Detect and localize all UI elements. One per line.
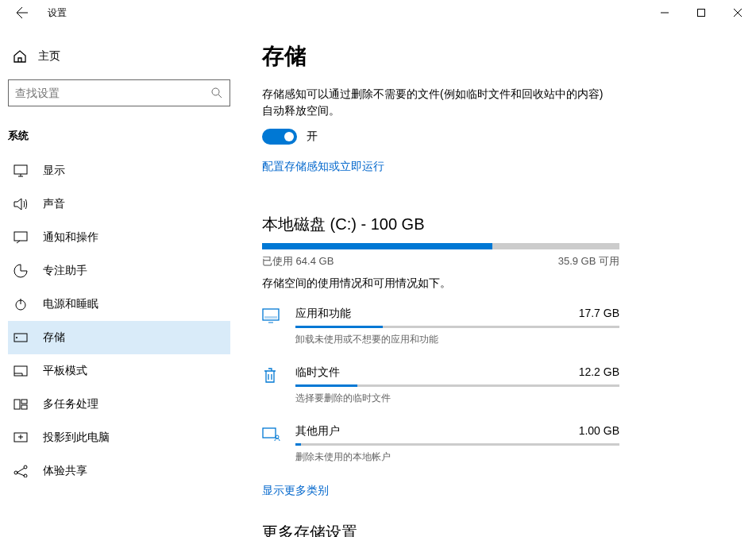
minimize-button[interactable] (646, 0, 683, 25)
cat-name: 临时文件 (295, 365, 340, 380)
search-input[interactable] (15, 87, 210, 99)
cat-name: 应用和功能 (295, 307, 351, 321)
used-label: 已使用 64.4 GB (262, 254, 334, 268)
page-title: 存储 (262, 41, 724, 71)
nav-label: 投影到此电脑 (43, 431, 110, 445)
sound-icon (13, 198, 29, 211)
svg-rect-2 (14, 165, 27, 174)
svg-rect-17 (263, 428, 276, 438)
home-label: 主页 (38, 49, 60, 64)
shared-icon (13, 465, 29, 477)
search-icon (210, 87, 223, 99)
home-nav[interactable]: 主页 (8, 41, 230, 71)
svg-rect-3 (14, 232, 27, 241)
storage-icon (13, 333, 29, 342)
category-temp[interactable]: 临时文件12.2 GB 选择要删除的临时文件 (262, 365, 619, 405)
nav-label: 通知和操作 (43, 230, 98, 245)
home-icon (13, 49, 27, 64)
nav-label: 显示 (43, 164, 65, 178)
project-icon (13, 432, 29, 443)
sidebar-item-storage[interactable]: 存储 (8, 321, 230, 354)
sidebar-item-focus[interactable]: 专注助手 (8, 254, 230, 288)
storage-sense-toggle[interactable] (262, 129, 297, 145)
svg-rect-7 (14, 366, 27, 376)
toggle-label: 开 (307, 129, 318, 144)
nav-label: 电源和睡眠 (43, 297, 98, 311)
nav-label: 声音 (43, 197, 65, 211)
cat-bar (295, 443, 619, 446)
multitask-icon (13, 399, 29, 410)
window-title: 设置 (38, 6, 67, 20)
show-more-categories-link[interactable]: 显示更多类别 (262, 484, 329, 498)
more-storage-settings-title: 更多存储设置 (262, 522, 724, 537)
nav-label: 专注助手 (43, 264, 87, 278)
usage-subdesc: 存储空间的使用情况和可用情况如下。 (262, 276, 724, 291)
disk-title: 本地磁盘 (C:) - 100 GB (262, 214, 724, 235)
nav-label: 体验共享 (43, 464, 87, 478)
cat-size: 1.00 GB (579, 424, 619, 438)
category-apps[interactable]: 应用和功能17.7 GB 卸载未使用或不想要的应用和功能 (262, 307, 619, 346)
sidebar-item-display[interactable]: 显示 (8, 154, 230, 187)
apps-icon (262, 307, 287, 346)
disk-usage-bar (262, 243, 619, 249)
sidebar-item-multitask[interactable]: 多任务处理 (8, 388, 230, 421)
svg-rect-9 (21, 400, 27, 404)
focus-icon (13, 264, 29, 278)
notifications-icon (13, 231, 29, 244)
close-icon (734, 9, 742, 17)
storage-sense-description: 存储感知可以通过删除不需要的文件(例如临时文件和回收站中的内容)自动释放空间。 (262, 86, 604, 119)
nav-label: 多任务处理 (43, 397, 98, 411)
maximize-button[interactable] (683, 0, 719, 25)
free-label: 35.9 GB 可用 (558, 254, 619, 268)
power-icon (13, 298, 29, 311)
svg-point-6 (16, 337, 17, 338)
svg-rect-16 (264, 316, 277, 319)
sidebar-item-tablet[interactable]: 平板模式 (8, 354, 230, 388)
display-icon (13, 164, 29, 177)
cat-name: 其他用户 (295, 424, 340, 438)
svg-point-13 (24, 466, 27, 469)
disk-usage-fill (262, 243, 492, 249)
close-button[interactable] (719, 0, 756, 25)
configure-storage-sense-link[interactable]: 配置存储感知或立即运行 (262, 160, 384, 174)
maximize-icon (697, 9, 705, 17)
cat-size: 12.2 GB (579, 365, 619, 380)
svg-rect-8 (14, 400, 20, 409)
tablet-icon (13, 365, 29, 377)
category-users[interactable]: 其他用户1.00 GB 删除未使用的本地帐户 (262, 424, 619, 464)
toggle-knob (284, 132, 294, 141)
cat-hint: 卸载未使用或不想要的应用和功能 (295, 333, 619, 346)
section-header: 系统 (8, 122, 230, 154)
svg-rect-0 (698, 10, 705, 17)
sidebar-item-power[interactable]: 电源和睡眠 (8, 288, 230, 321)
cat-hint: 删除未使用的本地帐户 (295, 450, 619, 464)
nav-label: 存储 (43, 330, 65, 345)
cat-bar (295, 384, 619, 387)
trash-icon (262, 365, 287, 405)
svg-rect-10 (21, 405, 27, 409)
cat-size: 17.7 GB (579, 307, 619, 321)
search-box[interactable] (8, 79, 230, 106)
minimize-icon (661, 9, 669, 17)
arrow-left-icon (16, 6, 29, 19)
cat-hint: 选择要删除的临时文件 (295, 392, 619, 405)
back-button[interactable] (6, 0, 38, 25)
sidebar-item-shared[interactable]: 体验共享 (8, 454, 230, 488)
users-icon (262, 424, 287, 464)
sidebar-item-notifications[interactable]: 通知和操作 (8, 221, 230, 254)
sidebar-item-project[interactable]: 投影到此电脑 (8, 421, 230, 454)
nav-label: 平板模式 (43, 364, 87, 378)
svg-point-1 (212, 88, 219, 95)
cat-bar (295, 326, 619, 328)
sidebar-item-sound[interactable]: 声音 (8, 187, 230, 221)
